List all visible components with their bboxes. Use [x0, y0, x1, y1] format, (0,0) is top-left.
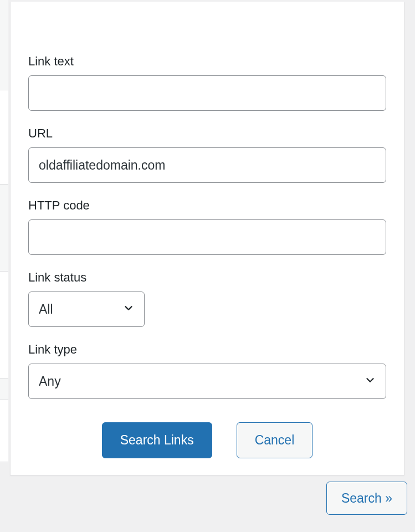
- link-status-select[interactable]: All: [28, 291, 145, 327]
- link-status-label: Link status: [28, 270, 386, 285]
- url-input[interactable]: [28, 147, 386, 183]
- url-group: URL: [28, 126, 386, 183]
- search-form-panel: Link text URL HTTP code Link status All …: [10, 2, 404, 475]
- link-type-label: Link type: [28, 342, 386, 357]
- background-table-rows: [0, 0, 8, 532]
- http-code-label: HTTP code: [28, 198, 386, 213]
- url-label: URL: [28, 126, 386, 141]
- outer-search-button[interactable]: Search »: [326, 482, 407, 515]
- search-links-button[interactable]: Search Links: [102, 422, 212, 458]
- link-type-select[interactable]: Any: [28, 364, 386, 399]
- outer-search-wrap: Search »: [326, 482, 407, 515]
- link-text-input[interactable]: [28, 75, 386, 111]
- link-type-group: Link type Any: [28, 342, 386, 399]
- link-status-group: Link status All: [28, 270, 386, 327]
- link-text-group: Link text: [28, 54, 386, 111]
- cancel-button[interactable]: Cancel: [237, 422, 313, 458]
- http-code-input[interactable]: [28, 219, 386, 255]
- form-buttons-row: Search Links Cancel: [28, 422, 386, 458]
- link-text-label: Link text: [28, 54, 386, 69]
- http-code-group: HTTP code: [28, 198, 386, 255]
